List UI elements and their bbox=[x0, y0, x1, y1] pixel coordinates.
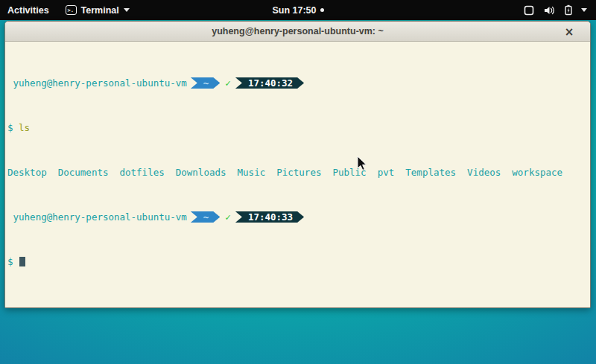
display-icon bbox=[523, 5, 535, 16]
activities-button[interactable]: Activities bbox=[0, 0, 58, 20]
close-button[interactable]: × bbox=[562, 22, 577, 42]
activities-label: Activities bbox=[7, 5, 49, 16]
window-titlebar[interactable]: yuheng@henry-personal-ubuntu-vm: ~ × bbox=[5, 22, 590, 42]
terminal-content[interactable]: yuheng@henry-personal-ubuntu-vm~✓17:40:3… bbox=[5, 42, 590, 307]
window-title: yuheng@henry-personal-ubuntu-vm: ~ bbox=[212, 26, 384, 36]
prompt-user-host: yuheng@henry-personal-ubuntu-vm bbox=[7, 211, 187, 223]
prompt-path-segment: ~ bbox=[191, 77, 221, 89]
battery-charging-icon bbox=[564, 4, 573, 16]
prompt-symbol: $ bbox=[7, 256, 13, 267]
caret-down-icon bbox=[124, 8, 130, 12]
prompt-user-host: yuheng@henry-personal-ubuntu-vm bbox=[7, 77, 187, 89]
ls-output-line: Desktop Documents dotfiles Downloads Mus… bbox=[7, 167, 589, 178]
prompt-status-check: ✓ bbox=[220, 77, 231, 89]
current-prompt-line: $ bbox=[7, 256, 589, 267]
app-menu-button[interactable]: >. Terminal bbox=[58, 0, 137, 20]
app-menu-label: Terminal bbox=[81, 5, 119, 16]
clock-label[interactable]: Sun 17:50 bbox=[272, 5, 316, 16]
prompt-path-segment: ~ bbox=[191, 211, 221, 223]
terminal-window: yuheng@henry-personal-ubuntu-vm: ~ × yuh… bbox=[4, 21, 591, 308]
prompt-status-check: ✓ bbox=[220, 211, 231, 223]
directory-listing: Desktop Documents dotfiles Downloads Mus… bbox=[7, 167, 562, 178]
prompt-line: yuheng@henry-personal-ubuntu-vm~✓17:40:3… bbox=[7, 77, 589, 89]
prompt-line: yuheng@henry-personal-ubuntu-vm~✓17:40:3… bbox=[7, 211, 589, 223]
terminal-icon: >. bbox=[66, 5, 77, 15]
prompt-time-segment: 17:40:33 bbox=[235, 211, 304, 223]
command-line: $ ls bbox=[7, 122, 589, 133]
system-status-area[interactable] bbox=[523, 0, 596, 20]
volume-icon bbox=[543, 5, 556, 16]
command-text: ls bbox=[13, 122, 31, 133]
prompt-symbol: $ bbox=[7, 122, 13, 133]
caret-down-icon bbox=[581, 8, 587, 12]
top-bar: Activities >. Terminal Sun 17:50 bbox=[0, 0, 596, 20]
prompt-time-segment: 17:40:32 bbox=[235, 77, 304, 89]
notification-dot-icon bbox=[320, 8, 324, 12]
text-cursor bbox=[19, 257, 25, 266]
desktop: Activities >. Terminal Sun 17:50 bbox=[0, 0, 596, 364]
